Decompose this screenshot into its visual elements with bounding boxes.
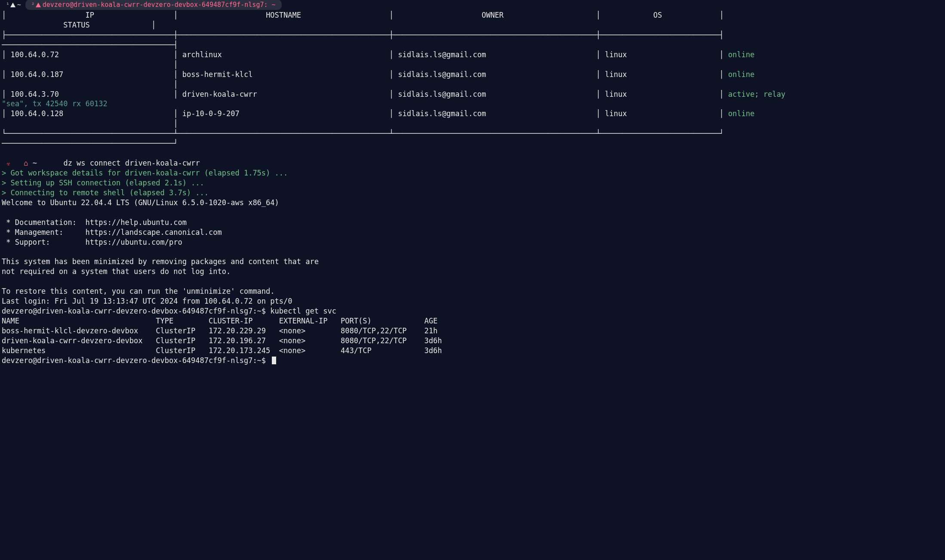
log-line: > Setting up SSH connection (elapsed 2.1…: [2, 178, 204, 187]
col-hostname: HOSTNAME: [266, 11, 301, 19]
cell-os: linux: [605, 90, 627, 98]
motd-mgmt: * Management: https://landscape.canonica…: [2, 228, 222, 237]
motd-lastlogin: Last login: Fri Jul 19 13:13:47 UTC 2024…: [2, 297, 292, 305]
arch-icon: [36, 0, 43, 9]
tab-2-title: devzero@driven-koala-cwrr-devzero-devbox…: [43, 0, 276, 9]
col-os: OS: [653, 11, 662, 19]
cell-os: linux: [605, 70, 627, 79]
local-prompt: ☣ ⌂ ~: [2, 158, 63, 168]
cell-hostname: ip-10-0-9-207: [182, 109, 240, 118]
path-text: ~: [33, 159, 37, 167]
col-ip: IP: [85, 11, 94, 19]
biohazard-icon: ☣: [6, 159, 10, 167]
tab-2[interactable]: ²devzero@driven-koala-cwrr-devzero-devbo…: [25, 0, 282, 10]
cell-owner: sidlais.ls@gmail.com: [398, 90, 486, 98]
cell-status: online: [728, 109, 754, 118]
cell-owner: sidlais.ls@gmail.com: [398, 70, 486, 79]
kube-header: NAME TYPE CLUSTER-IP EXTERNAL-IP PORT(S)…: [2, 317, 437, 325]
command-text: dz ws connect driven-koala-cwrr: [63, 159, 200, 167]
cell-ip: 100.64.0.128: [10, 109, 63, 118]
tab-1[interactable]: ¹~: [2, 0, 25, 9]
motd-restore: To restore this content, you can run the…: [2, 287, 275, 295]
table-row: │ 100.64.0.72 │ archlinux │ sidlais.ls@g…: [2, 50, 754, 59]
motd-minimize-2: not required on a system that users do n…: [2, 267, 231, 276]
table-row: │ 100.64.0.128 │ ip-10-0-9-207 │ sidlais…: [2, 109, 754, 118]
cursor-icon: [272, 357, 276, 364]
col-status: STATUS: [63, 21, 89, 29]
cell-hostname: boss-hermit-klcl: [182, 70, 253, 79]
kube-row: driven-koala-cwrr-devzero-devbox Cluster…: [2, 336, 442, 345]
cell-status: online: [728, 70, 754, 79]
remote-prompt-idle[interactable]: devzero@driven-koala-cwrr-devzero-devbox…: [2, 356, 276, 365]
cell-owner: sidlais.ls@gmail.com: [398, 109, 486, 118]
home-icon: ⌂: [24, 159, 28, 167]
log-line: > Got workspace details for driven-koala…: [2, 169, 288, 177]
cell-os: linux: [605, 50, 627, 59]
remote-prompt: devzero@driven-koala-cwrr-devzero-devbox…: [2, 307, 336, 315]
tab-1-index: ¹: [6, 1, 9, 9]
terminal-content[interactable]: │ IP │ HOSTNAME │ OWNER │ OS │ STATUS │: [0, 9, 945, 383]
cell-status: online: [728, 50, 754, 59]
prompt-text: devzero@driven-koala-cwrr-devzero-devbox…: [2, 356, 266, 365]
cell-os: linux: [605, 109, 627, 118]
cell-ip: 100.64.0.187: [10, 70, 63, 79]
cell-status: active; relay: [728, 90, 785, 98]
motd-minimize-1: This system has been minimized by removi…: [2, 257, 319, 266]
cell-hostname: archlinux: [182, 50, 222, 59]
tab-1-title: ~: [17, 0, 21, 9]
motd-doc: * Documentation: https://help.ubuntu.com: [2, 218, 187, 227]
table-header-row: │ IP │ HOSTNAME │ OWNER │ OS │ STATUS │: [2, 11, 724, 29]
kube-row: boss-hermit-klcl-devzero-devbox ClusterI…: [2, 326, 437, 335]
command-text: kubectl get svc: [270, 307, 336, 315]
table-row: │ 100.64.3.70 │ driven-koala-cwrr │ sidl…: [2, 90, 785, 98]
motd-welcome: Welcome to Ubuntu 22.04.4 LTS (GNU/Linux…: [2, 198, 279, 207]
col-owner: OWNER: [482, 11, 504, 19]
cell-extra: "sea", tx 42540 rx 60132: [2, 99, 108, 108]
motd-support: * Support: https://ubuntu.com/pro: [2, 238, 182, 246]
cell-ip: 100.64.3.70: [10, 90, 59, 98]
cell-owner: sidlais.ls@gmail.com: [398, 50, 486, 59]
cell-ip: 100.64.0.72: [10, 50, 59, 59]
cell-hostname: driven-koala-cwrr: [182, 90, 257, 98]
arch-icon: [10, 0, 17, 9]
table-row: │ 100.64.0.187 │ boss-hermit-klcl │ sidl…: [2, 70, 754, 79]
terminal-tab-bar: ¹~ ²devzero@driven-koala-cwrr-devzero-de…: [0, 0, 945, 9]
tab-2-index: ²: [31, 1, 35, 9]
log-line: > Connecting to remote shell (elapsed 3.…: [2, 188, 209, 197]
kube-row: kubernetes ClusterIP 172.20.173.245 <non…: [2, 346, 442, 355]
prompt-text: devzero@driven-koala-cwrr-devzero-devbox…: [2, 307, 266, 315]
